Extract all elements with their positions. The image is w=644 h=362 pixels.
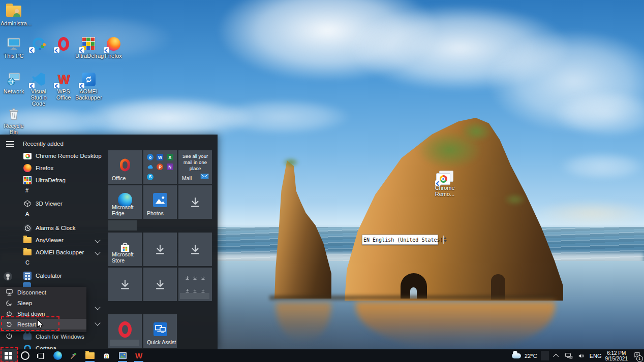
download-icon (143, 268, 177, 301)
tile-pending-download-group[interactable] (178, 268, 212, 301)
folder-icon (23, 236, 32, 245)
desktop-icon-network[interactable]: Network (1, 71, 27, 94)
onedrive-icon (147, 163, 154, 170)
desktop-icon-firefox[interactable]: Firefox (100, 36, 127, 59)
start-button[interactable] (0, 349, 17, 362)
power-menu-item-disconnect[interactable]: Disconnect (0, 287, 86, 298)
language-indicator[interactable]: ENG (590, 353, 602, 359)
skype-icon: S (147, 174, 154, 180)
app-list-item-3d-viewer[interactable]: 3D Viewer (0, 198, 107, 210)
tile-office-suite[interactable]: o W X P N S (143, 150, 177, 184)
mouse-cursor (37, 319, 44, 332)
desktop-icon-this-pc[interactable]: This PC (1, 36, 27, 59)
temperature-text[interactable]: 22°C (525, 353, 537, 359)
tile-quick-assist[interactable]: Quick Assist (143, 314, 177, 348)
tile-microsoft-edge[interactable]: Microsoft Edge (108, 185, 142, 219)
store-icon (103, 352, 110, 359)
shortcut-arrow-icon (29, 83, 35, 88)
chrome-remote-icon (23, 151, 32, 160)
tile-microsoft-store[interactable]: Microsoft Store (108, 233, 142, 266)
photos-icon (153, 193, 167, 207)
desktop-icon-label: Visual Studio Code (25, 88, 52, 107)
clock[interactable]: 6:12 PM 9/15/2021 (605, 350, 628, 361)
office-icon (117, 157, 133, 173)
shortcut-arrow-icon (79, 47, 84, 53)
taskbar-app-wps[interactable]: W (131, 349, 147, 362)
outlook-icon: o (147, 154, 154, 160)
section-header-c[interactable]: C (25, 259, 29, 266)
desktop-icon-label: AOMEI Backupper (75, 88, 102, 101)
desktop-icon-chrome-remote[interactable]: Chrome Remo... (431, 171, 458, 197)
desktop-icon-vscode[interactable]: Visual Studio Code (25, 71, 52, 107)
moon-icon (5, 299, 13, 307)
action-center-button[interactable]: 1 (631, 349, 642, 362)
mail-envelope-icon (200, 172, 209, 181)
folder-icon (6, 6, 21, 17)
taskbar-app-edge[interactable] (49, 349, 66, 362)
clock-icon (23, 223, 32, 233)
power-menu-item-sleep[interactable]: Sleep (0, 298, 86, 308)
desktop-icon-ultradefrag[interactable]: UltraDefrag (75, 36, 102, 59)
restart-icon (5, 320, 13, 328)
app-list-item-partial[interactable] (23, 282, 31, 287)
tile-label-placeholder (180, 293, 209, 299)
desktop-icon-recycle-bin[interactable]: Recycle Bin (1, 106, 27, 135)
desktop-icon-label: This PC (1, 53, 27, 59)
app-list-item-calculator[interactable]: Calculator (0, 270, 107, 282)
taskbar-app-store[interactable] (98, 349, 114, 362)
section-header-hash[interactable]: # (25, 187, 28, 193)
tile-pending-download[interactable] (143, 268, 177, 301)
cortana-icon (21, 351, 29, 360)
windows-logo-icon (5, 352, 13, 360)
wps-office-icon: W (135, 352, 142, 360)
section-header-a[interactable]: A (25, 211, 29, 217)
tile-office[interactable]: Office (108, 150, 142, 184)
app-list-item-ultradefrag[interactable]: UltraDefrag (0, 174, 107, 186)
show-hidden-icons-button[interactable] (553, 349, 561, 362)
shortcut-arrow-icon (54, 47, 59, 53)
network-tray-button[interactable] (564, 349, 573, 362)
volume-tray-button[interactable] (577, 349, 586, 362)
chevron-down-icon[interactable] (95, 320, 100, 325)
power-menu-item-shut-down[interactable]: Shut down (0, 308, 86, 319)
app-list-item-chrome-remote-desktop[interactable]: Chrome Remote Desktop (0, 150, 107, 162)
monitor-icon (6, 36, 22, 51)
desktop-icon-wps[interactable]: W WPS Office (50, 71, 77, 101)
desktop-icon-label: Firefox (100, 53, 127, 59)
desktop-icon-opera[interactable] (50, 36, 77, 53)
taskbar-app-file-explorer[interactable] (82, 349, 98, 362)
taskbar-app-photo-viewer[interactable] (114, 349, 131, 362)
time-text: 6:12 PM (605, 350, 628, 356)
app-list-item-anyviewer[interactable]: AnyViewer (0, 234, 107, 246)
tile-mail[interactable]: See all your mail in one place Mail (178, 150, 212, 184)
shoreline-shadow (269, 295, 554, 300)
desktop-icon-anyviewer[interactable] (25, 36, 52, 53)
language-bar-options-button[interactable] (443, 236, 447, 244)
tile-photos[interactable]: Photos (143, 185, 177, 219)
tile-pending-download[interactable] (178, 185, 212, 219)
tile-pending-download[interactable] (143, 233, 177, 266)
chevron-down-icon[interactable] (95, 304, 100, 310)
tile-label-placeholder (110, 340, 139, 346)
task-view-button[interactable] (33, 349, 49, 362)
calculator-icon (23, 271, 32, 280)
recently-added-header: Recently added (23, 141, 64, 147)
app-list-item-alarms-clock[interactable]: Alarms & Clock (0, 222, 107, 234)
tile-pending-download[interactable] (178, 233, 212, 266)
arrow-up-icon (444, 237, 447, 239)
desktop-icon-label: WPS Office (50, 88, 77, 101)
language-bar[interactable]: EN English (United States) (362, 235, 438, 245)
folder-icon (23, 248, 32, 257)
tile-pending-download[interactable] (108, 268, 142, 301)
taskbar-app-utility[interactable] (66, 349, 82, 362)
menu-expand-button[interactable] (6, 141, 14, 147)
desktop-icon-aomei[interactable]: AOMEI Backupper (75, 71, 102, 101)
cortana-search-button[interactable] (17, 349, 33, 362)
tile-opera[interactable] (108, 314, 142, 348)
weather-cloud-icon[interactable] (512, 353, 521, 358)
system-tray: 22°C ENG 6:12 PM 9/15/2021 1 (512, 349, 644, 362)
app-list-item-clash-for-windows[interactable]: Clash for Windows (0, 331, 107, 343)
app-list-item-firefox[interactable]: Firefox (0, 162, 107, 174)
app-list-item-aomei-backupper[interactable]: AOMEI Backupper (0, 246, 107, 258)
desktop-icon-administrator[interactable]: Administra... (1, 3, 27, 26)
